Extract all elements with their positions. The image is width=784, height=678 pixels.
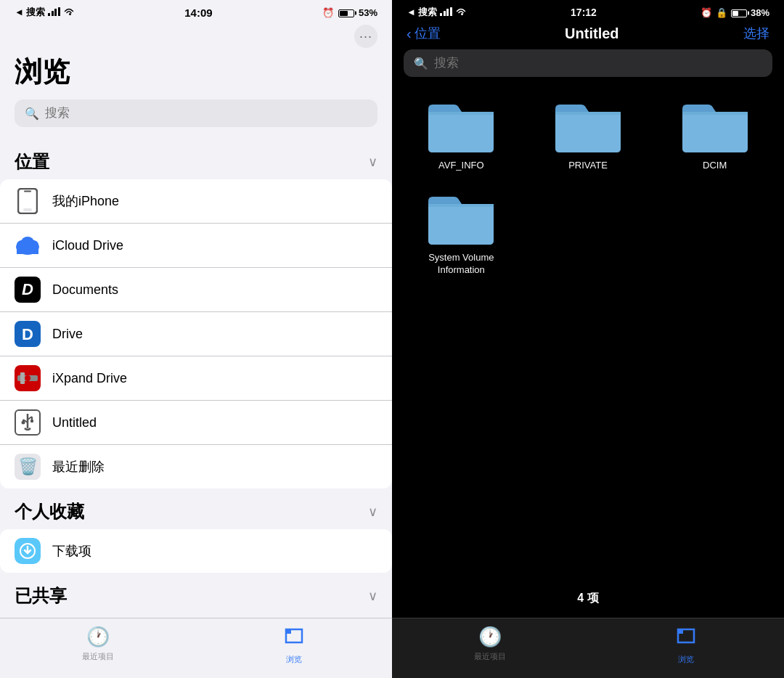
back-button-right[interactable]: ‹ 位置 — [407, 25, 441, 42]
search-icon-right: 🔍 — [414, 57, 428, 70]
file-item-avf-info[interactable]: AVF_INFO — [404, 97, 519, 172]
status-bar-right: ◄ 搜索 17:12 ⏰ 🔒 — [392, 0, 784, 22]
icloud-icon — [15, 232, 41, 258]
signal-bars-left — [48, 7, 60, 16]
search-bar-right[interactable]: 🔍 — [404, 49, 772, 77]
file-item-dcim[interactable]: DCIM — [657, 97, 772, 172]
browse-title: 浏览 — [0, 54, 392, 99]
usb-icon — [15, 409, 41, 436]
back-label-right: 位置 — [415, 25, 441, 42]
battery-bar-right — [731, 9, 747, 17]
back-search-left: ◄ 搜索 — [15, 6, 45, 19]
scroll-content-left: 位置 ∨ 我的iPhone — [0, 139, 392, 678]
shared-section-header[interactable]: 已共享 ∨ — [0, 573, 392, 613]
file-grid: AVF_INFO PRIVATE DCIM — [392, 86, 784, 585]
tab-recents-left[interactable]: 🕐 最近项目 — [0, 626, 196, 662]
svg-rect-14 — [20, 372, 25, 384]
location-section-header[interactable]: 位置 ∨ — [0, 139, 392, 179]
sidebar-item-ixpand[interactable]: iXpand Drive — [0, 356, 392, 401]
select-button-right[interactable]: 选择 — [743, 25, 769, 42]
drive-icon-svg: D — [15, 321, 41, 347]
drive-label: Drive — [52, 327, 377, 342]
svg-rect-2 — [23, 208, 32, 211]
tab-bar-right: 🕐 最近项目 浏览 — [392, 618, 784, 678]
signal-bar-r3 — [446, 9, 449, 16]
file-item-system-volume[interactable]: System Volume Information — [404, 189, 519, 277]
iphone-icon-svg — [17, 188, 38, 214]
file-item-private[interactable]: PRIVATE — [531, 97, 646, 172]
sidebar-item-drive[interactable]: D Drive — [0, 312, 392, 356]
tab-browse-left[interactable]: 浏览 — [196, 626, 392, 665]
location-chevron: ∨ — [368, 154, 377, 170]
signal-right — [440, 7, 452, 18]
browse-tab-icon — [284, 626, 304, 646]
folder-icon-dcim — [682, 97, 748, 154]
trash-icon: 🗑️ — [15, 454, 41, 480]
top-bar-left: ··· — [0, 22, 392, 54]
search-input-right[interactable] — [434, 56, 762, 70]
svg-point-9 — [21, 237, 34, 248]
untitled-label: Untitled — [52, 415, 377, 430]
nav-bar-right: ‹ 位置 Untitled 选择 — [392, 22, 784, 49]
browse-label-left: 浏览 — [286, 654, 302, 665]
search-bar-left[interactable]: 🔍 — [15, 99, 377, 127]
sidebar-item-my-iphone[interactable]: 我的iPhone — [0, 179, 392, 224]
sidebar-item-untitled[interactable]: Untitled — [0, 401, 392, 445]
right-panel: ◄ 搜索 17:12 ⏰ 🔒 — [392, 0, 784, 678]
file-name-private: PRIVATE — [568, 160, 608, 172]
back-search-right: ◄ 搜索 — [407, 6, 437, 19]
folder-icon-avf-info — [428, 97, 494, 154]
status-right-left-section: ◄ 搜索 — [407, 6, 467, 19]
wifi-icon-left — [63, 7, 75, 16]
battery-pct-left: 53% — [359, 7, 377, 18]
documents-icon: D — [15, 277, 41, 303]
nav-title-right: Untitled — [565, 25, 618, 42]
ixpand-label: iXpand Drive — [52, 371, 377, 386]
recents-label-left: 最近项目 — [82, 651, 114, 662]
recently-deleted-label: 最近删除 — [52, 458, 377, 475]
browse-icon-right — [676, 626, 696, 651]
svg-point-15 — [25, 375, 30, 381]
sidebar-item-recently-deleted[interactable]: 🗑️ 最近删除 — [0, 445, 392, 489]
tab-recents-right[interactable]: 🕐 最近项目 — [392, 626, 588, 662]
downloads-icon — [15, 538, 41, 564]
sidebar-item-documents[interactable]: D Documents — [0, 268, 392, 312]
items-count: 4 项 — [392, 585, 784, 618]
sidebar-item-icloud-drive[interactable]: iCloud Drive — [0, 224, 392, 268]
search-input-left[interactable] — [45, 106, 367, 121]
shared-title: 已共享 — [15, 584, 67, 608]
shared-chevron: ∨ — [368, 588, 377, 604]
battery-left — [338, 7, 354, 18]
recents-icon-right: 🕐 — [478, 626, 502, 648]
documents-icon-box: D — [15, 277, 41, 303]
more-button[interactable]: ··· — [354, 25, 377, 48]
favorites-items-group: 下载项 — [0, 529, 392, 573]
signal-left — [48, 7, 60, 18]
ixpand-icon-svg — [15, 365, 41, 391]
tab-browse-right[interactable]: 浏览 — [588, 626, 784, 665]
battery-bar-left — [338, 9, 354, 17]
file-name-system-volume: System Volume Information — [428, 252, 494, 277]
alarm-icon-left: ⏰ — [322, 7, 334, 18]
wifi-left — [63, 7, 75, 18]
battery-fill-left — [340, 11, 348, 16]
alarm-icon-right: ⏰ — [701, 7, 712, 18]
drive-icon: D — [15, 321, 41, 347]
signal-bar-4 — [58, 7, 60, 16]
time-left: 14:09 — [184, 7, 212, 19]
recents-label-right: 最近项目 — [474, 651, 506, 662]
lock-icon-right: 🔒 — [716, 7, 727, 18]
favorites-section-header[interactable]: 个人收藏 ∨ — [0, 489, 392, 529]
status-left: ◄ 搜索 — [15, 6, 75, 19]
svg-point-22 — [22, 421, 25, 425]
battery-right — [731, 7, 747, 18]
sidebar-item-downloads[interactable]: 下载项 — [0, 529, 392, 573]
wifi-icon-right — [455, 7, 467, 16]
favorites-chevron: ∨ — [368, 504, 377, 520]
browse-tab-icon-right — [676, 626, 696, 646]
status-right-left: ⏰ 53% — [322, 7, 377, 18]
file-name-dcim: DCIM — [703, 160, 727, 172]
browse-label-right: 浏览 — [678, 654, 694, 665]
ixpand-icon — [15, 365, 41, 391]
location-title: 位置 — [15, 150, 49, 173]
